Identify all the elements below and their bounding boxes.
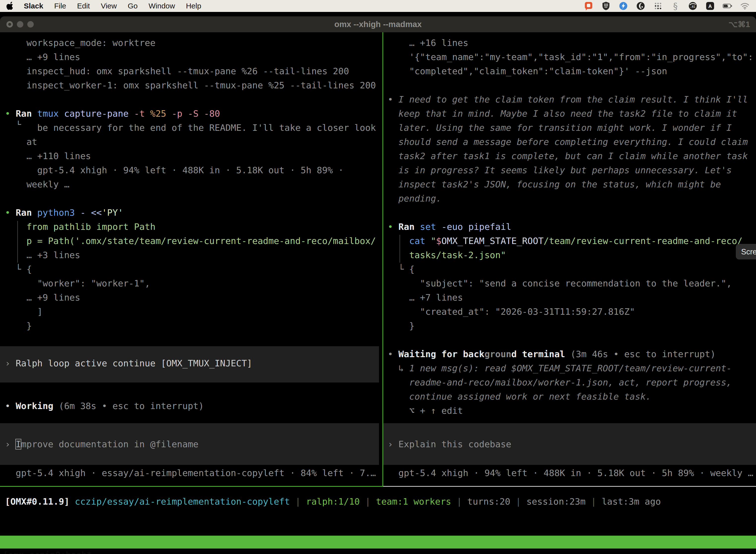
terminal-line: └ { [5, 262, 382, 276]
terminal-line: from pathlib import Path [5, 220, 382, 234]
badge-61-icon[interactable]: ..61 [688, 1, 697, 11]
terminal-line: keep that in mind. Maybe I also need the… [388, 107, 756, 121]
terminal-line [388, 333, 756, 347]
terminal-line: "created_at": "2026-03-31T11:59:27.816Z" [388, 304, 756, 319]
prompt-input-left[interactable]: › Improve documentation in @filename [0, 423, 379, 465]
desktop: Slack File Edit View Go Window Help § [0, 0, 756, 554]
terminal-line: weekly … [5, 177, 382, 191]
terminal-line: gpt-5.4 xhigh · 94% left · 488K in · 5.1… [388, 466, 753, 480]
pane-scrollback: workspace_mode: worktree … +9 lines insp… [0, 36, 382, 333]
output-connector-line [17, 221, 18, 263]
terminal-line: inspect task2's JSON, focusing on the st… [388, 177, 756, 191]
prompt-input-right[interactable]: › Explain this codebase [383, 423, 756, 465]
terminal-line: › Explain this codebase [388, 437, 756, 451]
working-status: • Working (6m 38s • esc to interrupt) [0, 399, 204, 413]
terminal-line: gpt-5.4 xhigh · 94% left · 488K in · 5.1… [5, 163, 382, 177]
apple-menu-icon[interactable] [6, 2, 14, 10]
battery-icon[interactable] [723, 1, 732, 11]
terminal-line: } [388, 319, 756, 333]
shield-grid-icon[interactable] [601, 1, 611, 11]
terminal-line: inspect_hud: omx sparkshell --tmux-pane … [5, 64, 382, 78]
terminal-line: › Ralph loop active continue [OMX_TMUX_I… [5, 356, 379, 370]
menu-item-help[interactable]: Help [186, 2, 201, 10]
terminal-line: "subject": "send a concise recommendatio… [388, 276, 756, 290]
terminal-line [5, 191, 382, 206]
menu-item-window[interactable]: Window [148, 2, 175, 10]
dot-grid-icon[interactable] [653, 1, 663, 11]
tmux-pane-worker[interactable]: … +16 lines '{"team_name":"my-team","tas… [383, 32, 756, 554]
wifi-icon[interactable] [740, 1, 750, 11]
terminal-line: } [5, 319, 382, 333]
ralph-loop-banner: › Ralph loop active continue [OMX_TMUX_I… [0, 346, 379, 383]
terminal-line: › Improve documentation in @filename [5, 437, 379, 451]
screenshot-popup: Scre [736, 244, 756, 259]
menu-item-slack[interactable]: Slack [24, 2, 43, 10]
terminal-line: … +16 lines [388, 36, 756, 50]
terminal-line: ] [5, 304, 382, 319]
terminal-line: └ { [388, 262, 756, 276]
terminal-line [388, 78, 756, 92]
tmux-session: workspace_mode: worktree … +9 lines insp… [0, 32, 756, 554]
section-hook-icon[interactable]: § [671, 1, 680, 11]
pane-border-bottom-left [0, 486, 382, 487]
status-tray: § ..61 A [584, 1, 756, 11]
terminal-line: • Ran tmux capture-pane -t %25 -p -S -80 [5, 107, 382, 121]
terminal-line: • Ran set -euo pipefail [388, 220, 756, 234]
blue-bolt-icon[interactable] [619, 1, 628, 11]
terminal-line: at [5, 135, 382, 149]
svg-text:A: A [708, 3, 712, 9]
terminal-line: pending. [388, 191, 756, 206]
terminal-line: workspace_mode: worktree [5, 36, 382, 50]
svg-text:..61: ..61 [690, 5, 695, 8]
terminal-line: tasks/task-2.json" [388, 248, 756, 262]
terminal-line: readme-and-reco/mailbox/worker-1.json, a… [388, 375, 756, 389]
menu-item-go[interactable]: Go [128, 2, 138, 10]
a-key-icon[interactable]: A [705, 1, 715, 11]
pane-scrollback: … +16 lines '{"team_name":"my-team","tas… [383, 36, 756, 418]
terminal-line: … +9 lines [5, 290, 382, 304]
terminal-line: inspect_worker-1: omx sparkshell --tmux-… [5, 78, 382, 92]
moon-crescent-icon[interactable] [636, 1, 645, 11]
terminal-line [388, 206, 756, 220]
terminal-line: gpt-5.4 xhigh · essay/ai-reimplementatio… [5, 466, 376, 480]
terminal-line: • Working (6m 38s • esc to interrupt) [5, 399, 204, 413]
terminal-line: cat "$OMX_TEAM_STATE_ROOT/team/review-cu… [388, 234, 756, 248]
tmux-window-tab[interactable]: [omx-cczip0:bash* [3, 549, 92, 554]
terminal-line: '{"team_name":"my-team","task_id":"1","f… [388, 50, 756, 64]
terminal-line: "completed","claim_token":"claim-token"}… [388, 64, 756, 78]
menu-item-view[interactable]: View [101, 2, 117, 10]
terminal-line: … +9 lines [5, 50, 382, 64]
window-titlebar[interactable]: omx --xhigh --madmax ⌥⌘1 [0, 16, 756, 33]
terminal-window: omx --xhigh --madmax ⌥⌘1 workspace_mode:… [0, 16, 756, 554]
pane-status-right: gpt-5.4 xhigh · 94% left · 488K in · 5.1… [383, 466, 753, 480]
terminal-line: p = Path('.omx/state/team/review-current… [5, 234, 382, 248]
menu-item-file[interactable]: File [54, 2, 66, 10]
terminal-line: • I need to get the claim token from the… [388, 92, 756, 107]
terminal-line: continue assigned work or next feasible … [388, 389, 756, 403]
terminal-line: should send a message before completing … [388, 135, 756, 149]
terminal-line: is in progress? It seems likely but perh… [388, 163, 756, 177]
terminal-line: later. Using the same for transition mig… [388, 121, 756, 135]
terminal-line: • Ran python3 - <<'PY' [5, 206, 382, 220]
terminal-line: ↳ 1 new msg(s): read $OMX_TEAM_STATE_ROO… [388, 361, 756, 375]
tmux-status-bar: [omx-cczip0:bash* "MacBook-Pro-44.local"… [0, 536, 756, 549]
output-connector-line [399, 235, 400, 263]
terminal-line: … +3 lines [5, 248, 382, 262]
terminal-line: … +7 lines [388, 290, 756, 304]
terminal-line: ⌥ + ↑ edit [388, 403, 756, 418]
menu-item-edit[interactable]: Edit [77, 2, 90, 10]
terminal-line: └ be necessary for the end of the README… [5, 121, 382, 135]
terminal-line: … +110 lines [5, 149, 382, 163]
terminal-line: [OMX#0.11.9] cczip/essay/ai-reimplementa… [5, 494, 756, 509]
slack-tray-icon[interactable] [584, 1, 593, 11]
terminal-line [5, 92, 382, 107]
terminal-line: task2 after task1 is complete, but can I… [388, 149, 756, 163]
omx-status-line: [OMX#0.11.9] cczip/essay/ai-reimplementa… [0, 494, 756, 509]
pane-status-left: gpt-5.4 xhigh · essay/ai-reimplementatio… [0, 466, 376, 480]
window-shortcut-badge: ⌥⌘1 [729, 16, 750, 32]
menu-bar: Slack File Edit View Go Window Help § [0, 0, 756, 12]
window-title: omx --xhigh --madmax [0, 16, 756, 32]
tmux-pane-hud[interactable]: workspace_mode: worktree … +9 lines insp… [0, 32, 382, 554]
terminal-line: • Waiting for background terminal (3m 46… [388, 347, 756, 361]
pane-border-bottom-right [383, 486, 756, 487]
